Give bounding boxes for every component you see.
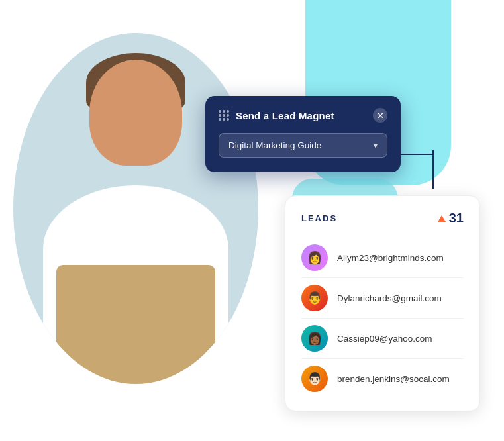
drag-dot: [219, 118, 221, 121]
drag-dot: [227, 110, 229, 113]
scene: Send a Lead Magnet ✕ Digital Marketing G…: [0, 0, 504, 441]
chevron-down-icon: ▾: [374, 141, 378, 150]
drag-dot: [227, 114, 229, 117]
pants: [56, 265, 215, 384]
modal-title-group: Send a Lead Magnet: [219, 110, 334, 121]
drag-dot: [223, 110, 225, 113]
drag-dot: [223, 114, 225, 117]
avatar: 👩🏾: [301, 325, 328, 352]
dropdown-selected-value: Digital Marketing Guide: [228, 140, 321, 150]
lead-magnet-modal: Send a Lead Magnet ✕ Digital Marketing G…: [205, 96, 401, 172]
drag-dot: [219, 110, 221, 113]
drag-dot: [219, 114, 221, 117]
triangle-up-icon: [438, 215, 446, 222]
avatar: 👩: [301, 244, 328, 271]
avatar: 👨🏻: [301, 366, 328, 392]
lead-list: 👩Allym23@brightminds.com👨Dylanrichards@g…: [301, 238, 464, 399]
person-photo: [13, 33, 258, 384]
lead-email: brenden.jenkins@socal.com: [337, 374, 450, 384]
lead-item: 👨Dylanrichards@gmail.com: [301, 278, 464, 318]
avatar-face: 👩: [301, 244, 328, 271]
lead-magnet-dropdown[interactable]: Digital Marketing Guide ▾: [219, 133, 387, 158]
leads-count-group: 31: [438, 211, 464, 226]
drag-dot: [223, 118, 225, 121]
close-button[interactable]: ✕: [373, 108, 387, 122]
lead-item: 👩Allym23@brightminds.com: [301, 238, 464, 278]
leads-count-number: 31: [449, 211, 464, 226]
avatar: 👨: [301, 285, 328, 311]
lead-item: 👩🏾Cassiep09@yahoo.com: [301, 318, 464, 359]
person-inner: [13, 33, 258, 384]
leads-section-label: LEADS: [301, 213, 337, 223]
leads-panel: LEADS 31 👩Allym23@brightminds.com👨Dylanr…: [285, 195, 480, 411]
avatar-face: 👨: [301, 285, 328, 311]
avatar-face: 👨🏻: [301, 366, 328, 392]
lead-email: Dylanrichards@gmail.com: [337, 293, 442, 303]
lead-item: 👨🏻brenden.jenkins@socal.com: [301, 359, 464, 399]
drag-dot: [227, 118, 229, 121]
modal-title: Send a Lead Magnet: [236, 110, 334, 121]
avatar-face: 👩🏾: [301, 325, 328, 352]
lead-email: Allym23@brightminds.com: [337, 253, 444, 263]
head: [89, 60, 182, 166]
drag-dots-icon: [219, 110, 229, 121]
lead-email: Cassiep09@yahoo.com: [337, 334, 432, 344]
leads-header: LEADS 31: [301, 211, 464, 226]
modal-header: Send a Lead Magnet ✕: [219, 108, 387, 122]
